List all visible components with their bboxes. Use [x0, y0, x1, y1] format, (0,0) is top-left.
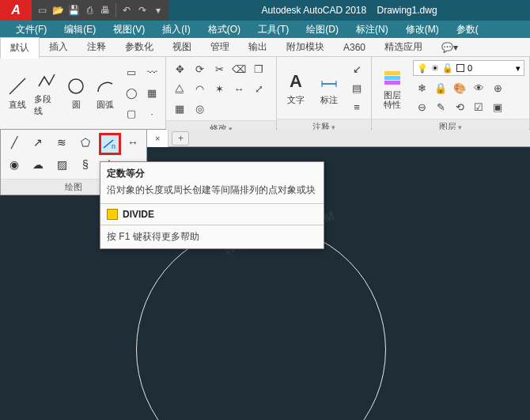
dim-button[interactable]: 标注 — [315, 70, 343, 106]
menu-file[interactable]: 文件(F) — [8, 21, 55, 38]
tab-extra-icon[interactable]: 💬▾ — [432, 39, 468, 56]
revcloud-icon[interactable]: ☁ — [28, 155, 48, 174]
spline-icon[interactable]: 〰 — [143, 64, 161, 81]
helix-icon[interactable]: § — [75, 155, 96, 174]
erase-icon[interactable]: ⌫ — [230, 60, 248, 78]
new-tab-button[interactable]: + — [172, 131, 189, 146]
layer-tool-4-icon[interactable]: 👁 — [470, 79, 487, 96]
command-icon — [107, 209, 118, 220]
mline-icon[interactable]: ≋ — [51, 133, 72, 152]
tab-param[interactable]: 参数化 — [115, 37, 163, 57]
layer-tool-8-icon[interactable]: ⟲ — [451, 98, 468, 115]
menu-view[interactable]: 视图(V) — [105, 21, 153, 38]
layer-tool-7-icon[interactable]: ✎ — [432, 98, 449, 115]
bulb-icon: 💡 — [417, 63, 428, 74]
ribbon: 直线 多段线 圆 圆弧 ▭ 〰 ◯ ▦ ▢ · — [0, 57, 530, 130]
qat-save-icon[interactable]: 💾 — [66, 3, 81, 17]
panel-annotate: A 文字 标注 ↙ ▤ ≡ 注释 — [277, 57, 372, 129]
title-bar: A ▭ 📂 💾 ⎙ 🖶 ↶ ↷ ▾ Autodesk AutoCAD 2018 … — [0, 0, 530, 21]
offset-icon[interactable]: ◎ — [191, 100, 208, 117]
doc-name: Drawing1.dwg — [377, 5, 437, 16]
xline-icon[interactable]: ╱ — [4, 133, 25, 152]
divide-icon[interactable]: n — [99, 133, 121, 155]
qat-saveas-icon[interactable]: ⎙ — [82, 3, 97, 17]
fillet-icon[interactable]: ◠ — [191, 80, 208, 97]
rotate-icon[interactable]: ⟳ — [191, 60, 208, 78]
mtext-icon[interactable]: ≡ — [348, 98, 365, 115]
menu-param[interactable]: 参数( — [449, 21, 486, 38]
tab-a360[interactable]: A360 — [334, 39, 375, 56]
rect-icon[interactable]: ▭ — [123, 64, 140, 81]
polygon-icon[interactable]: ⬠ — [75, 133, 96, 152]
text-button[interactable]: A 文字 — [282, 70, 310, 106]
layer-tool-5-icon[interactable]: ⊕ — [489, 79, 506, 96]
layer-tool-6-icon[interactable]: ⊖ — [413, 98, 430, 115]
file-tabs: × + — [147, 130, 530, 147]
hatch-icon[interactable]: ▦ — [143, 85, 161, 102]
layer-tool-3-icon[interactable]: 🎨 — [451, 79, 468, 96]
region-icon[interactable]: ▢ — [123, 105, 140, 123]
wipeout-icon[interactable]: ▨ — [51, 155, 72, 174]
array-icon[interactable]: ▦ — [171, 100, 188, 117]
mirror-icon[interactable]: ⧋ — [171, 80, 188, 97]
panel-modify: ✥ ⟳ ✂ ⌫ ❐ ⧋ ◠ ✶ ↔ ⤢ ▦ ◎ 修改 — [166, 57, 277, 129]
panel-draw: 直线 多段线 圆 圆弧 ▭ 〰 ◯ ▦ ▢ · — [0, 57, 166, 129]
svg-rect-6 — [384, 76, 400, 80]
layer-tool-2-icon[interactable]: 🔒 — [432, 79, 449, 96]
move-icon[interactable]: ✥ — [171, 60, 188, 78]
stretch-icon[interactable]: ↔ — [230, 80, 248, 97]
app-logo[interactable]: A — [0, 0, 32, 21]
qat-more-icon[interactable]: ▾ — [151, 3, 165, 17]
tab-view[interactable]: 视图 — [163, 37, 201, 57]
trim-icon[interactable]: ✂ — [210, 60, 228, 78]
menu-bar: 文件(F) 编辑(E) 视图(V) 插入(I) 格式(O) 工具(T) 绘图(D… — [0, 21, 530, 38]
point-icon[interactable]: · — [143, 105, 161, 123]
copy-icon[interactable]: ❐ — [250, 60, 267, 78]
circle-icon — [65, 75, 87, 97]
tooltip-title: 定数等分 — [100, 162, 324, 182]
tab-featured[interactable]: 精选应用 — [375, 37, 432, 57]
svg-line-0 — [9, 78, 25, 94]
leader-icon[interactable]: ↙ — [348, 60, 365, 78]
menu-insert[interactable]: 插入(I) — [154, 21, 198, 38]
menu-edit[interactable]: 编辑(E) — [56, 21, 104, 38]
menu-modify[interactable]: 修改(M) — [398, 21, 447, 38]
scale-icon[interactable]: ⤢ — [250, 80, 267, 97]
qat-print-icon[interactable]: 🖶 — [98, 3, 112, 17]
qat-new-icon[interactable]: ▭ — [35, 3, 49, 17]
table-icon[interactable]: ▤ — [348, 79, 365, 96]
qat-redo-icon[interactable]: ↷ — [135, 3, 150, 17]
ray-icon[interactable]: ↗ — [28, 133, 48, 152]
tab-manage[interactable]: 管理 — [201, 37, 239, 57]
arc-button[interactable]: 圆弧 — [93, 75, 118, 111]
tab-addons[interactable]: 附加模块 — [277, 37, 334, 57]
qat-open-icon[interactable]: 📂 — [51, 3, 65, 17]
app-name: Autodesk AutoCAD 2018 — [261, 5, 366, 16]
donut-icon[interactable]: ◉ — [4, 155, 25, 174]
file-tab-active[interactable]: × — [147, 130, 168, 147]
menu-format[interactable]: 格式(O) — [200, 21, 248, 38]
layer-props-button[interactable]: 图层 特性 — [377, 66, 408, 109]
layer-tool-10-icon[interactable]: ▣ — [489, 98, 506, 115]
svg-rect-5 — [384, 71, 400, 75]
menu-dim[interactable]: 标注(N) — [348, 21, 396, 38]
menu-draw[interactable]: 绘图(D) — [298, 21, 346, 38]
circle-button[interactable]: 圆 — [64, 75, 89, 111]
measure-icon[interactable]: ↔ — [123, 133, 143, 152]
layer-tool-1-icon[interactable]: ❄ — [413, 79, 430, 96]
svg-rect-7 — [384, 81, 400, 85]
menu-tools[interactable]: 工具(T) — [250, 21, 297, 38]
file-tab-close-icon[interactable]: × — [155, 134, 160, 143]
quick-access-toolbar: ▭ 📂 💾 ⎙ 🖶 ↶ ↷ ▾ — [32, 0, 168, 21]
polyline-button[interactable]: 多段线 — [34, 70, 59, 117]
tab-annotate[interactable]: 注释 — [78, 37, 115, 57]
qat-undo-icon[interactable]: ↶ — [119, 3, 134, 17]
line-button[interactable]: 直线 — [5, 75, 29, 111]
tab-insert[interactable]: 插入 — [40, 37, 78, 57]
layer-dropdown[interactable]: 💡 ☀ 🔓 0 ▾ — [413, 60, 524, 76]
layer-tool-9-icon[interactable]: ☑ — [470, 98, 487, 115]
tab-output[interactable]: 输出 — [239, 37, 277, 57]
explode-icon[interactable]: ✶ — [210, 80, 228, 97]
ellipse-icon[interactable]: ◯ — [123, 85, 140, 102]
tab-default[interactable]: 默认 — [0, 37, 40, 59]
